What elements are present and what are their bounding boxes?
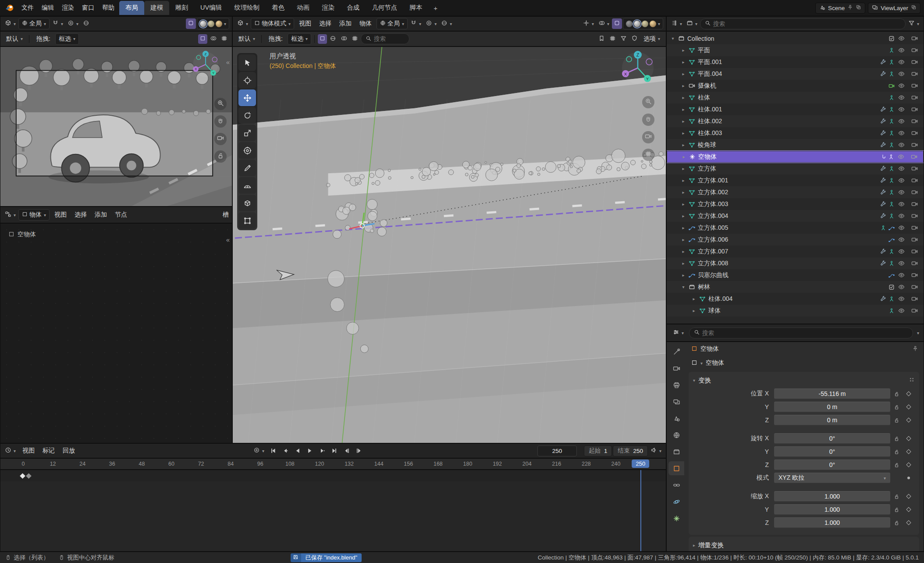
keyframe-diamond[interactable]: [903, 418, 915, 422]
hide-in-viewport-toggle[interactable]: [895, 165, 908, 172]
hide-in-viewport-toggle[interactable]: [895, 47, 908, 53]
object-name-row[interactable]: ▾ 空物体: [686, 356, 924, 370]
tool-scale[interactable]: [238, 125, 256, 141]
disable-in-render-toggle[interactable]: [908, 59, 921, 65]
hide-in-viewport-toggle[interactable]: [895, 35, 908, 42]
expander-icon[interactable]: ▾: [680, 285, 687, 289]
hide-in-viewport-toggle[interactable]: [895, 201, 908, 207]
timeline-editor-type-button[interactable]: ▾: [3, 445, 18, 456]
outliner-row[interactable]: ▸立方体.003: [667, 198, 924, 210]
outliner-row[interactable]: ▸柱体.001: [667, 103, 924, 115]
properties-editor-type-button[interactable]: ▾: [671, 328, 686, 338]
tool-add-cube[interactable]: [238, 195, 256, 211]
tool-move[interactable]: [238, 89, 256, 106]
tool-search-input[interactable]: [374, 36, 405, 42]
keyframe-diamond[interactable]: [903, 405, 915, 409]
property-value-field[interactable]: 1.000: [774, 491, 890, 502]
audio-sync-button[interactable]: ▾: [649, 445, 663, 456]
viewport-menu-0[interactable]: 视图: [295, 18, 315, 29]
frame-step-forward-button[interactable]: [353, 445, 365, 456]
property-value-field[interactable]: 0°: [774, 446, 890, 457]
outliner-row[interactable]: ▸平面: [667, 44, 924, 56]
disable-in-render-toggle[interactable]: [908, 296, 921, 302]
expander-icon[interactable]: ▸: [680, 95, 687, 100]
show-gizmo-toggle[interactable]: ▾: [581, 18, 596, 29]
expander-icon[interactable]: ▾: [669, 36, 676, 41]
lock-toggle[interactable]: [890, 404, 903, 410]
disable-in-render-toggle[interactable]: [908, 284, 921, 290]
property-value-field[interactable]: XYZ 欧拉▾: [774, 473, 890, 483]
outliner-row[interactable]: ▸立方体.007: [667, 246, 924, 257]
expander-icon[interactable]: ▸: [690, 296, 697, 301]
workspace-tab-0[interactable]: 布局: [119, 1, 144, 15]
property-value-field[interactable]: 1.000: [774, 504, 890, 515]
tweak-toggle[interactable]: [318, 34, 327, 44]
node-menu-3[interactable]: 节点: [111, 210, 131, 220]
left-grid-toggle[interactable]: [219, 34, 229, 44]
properties-tab-render[interactable]: [668, 361, 684, 375]
hide-in-viewport-toggle[interactable]: [895, 213, 908, 219]
topbar-menu-1[interactable]: 编辑: [38, 3, 58, 13]
workspace-tab-5[interactable]: 着色: [266, 1, 291, 15]
disable-in-render-toggle[interactable]: [908, 47, 921, 53]
node-editor-canvas[interactable]: 空物体 «: [0, 223, 232, 443]
auto-keying-toggle[interactable]: ▾: [252, 445, 266, 456]
keyframe-diamond[interactable]: [903, 437, 915, 440]
hide-in-viewport-toggle[interactable]: [895, 248, 908, 255]
left-pivot-select[interactable]: ▾: [66, 18, 80, 29]
workspace-tab-3[interactable]: UV编辑: [194, 1, 228, 15]
shield-icon-button[interactable]: [629, 34, 640, 44]
disable-in-render-toggle[interactable]: [908, 165, 921, 172]
topbar-menu-2[interactable]: 渲染: [58, 3, 78, 13]
expander-icon[interactable]: ▸: [680, 225, 687, 230]
hide-in-viewport-toggle[interactable]: [895, 130, 908, 136]
disable-in-render-toggle[interactable]: [908, 118, 921, 125]
lock-toggle[interactable]: [890, 436, 903, 442]
timeline-menu-0[interactable]: 视图: [18, 445, 39, 456]
left-shading-rendered-button[interactable]: [216, 21, 222, 27]
new-viewlayer-icon[interactable]: [911, 4, 917, 11]
lock-toggle[interactable]: [890, 417, 903, 423]
outliner-row[interactable]: ▸柱体.004: [667, 293, 924, 305]
tool-transform[interactable]: [238, 142, 256, 159]
tool-annotate[interactable]: [238, 160, 256, 176]
node-slot-menu[interactable]: 槽: [219, 210, 232, 220]
workspace-tab-9[interactable]: 几何节点: [366, 1, 403, 15]
new-scene-icon[interactable]: [856, 4, 861, 11]
left-orientation-select[interactable]: 全局▾: [18, 18, 50, 29]
frame-end-field[interactable]: 结束250: [613, 445, 648, 456]
topbar-menu-0[interactable]: 文件: [18, 3, 38, 13]
timeline-menu-2[interactable]: 回放: [59, 445, 79, 456]
main-3d-viewport[interactable]: 用户透视 (250) Collection | 空物体 ZXY: [232, 46, 666, 443]
expander-icon[interactable]: ▸: [680, 190, 687, 195]
hide-in-viewport-toggle[interactable]: [895, 142, 908, 148]
properties-tab-constraints[interactable]: [668, 478, 684, 492]
keyframe-diamond[interactable]: [903, 508, 915, 511]
left-proportional-toggle[interactable]: [81, 18, 91, 29]
outliner-search[interactable]: [700, 18, 906, 29]
expander-icon[interactable]: ▸: [680, 249, 687, 254]
play-button[interactable]: [304, 445, 316, 456]
camera-view-icon[interactable]: [642, 131, 654, 143]
frame-step-back-button[interactable]: [341, 445, 352, 456]
disable-in-render-toggle[interactable]: [908, 106, 921, 113]
outliner-search-input[interactable]: [713, 21, 901, 27]
disable-in-render-toggle[interactable]: [908, 35, 921, 42]
keyframe-diamond[interactable]: [903, 521, 915, 524]
workspace-tab-2[interactable]: 雕刻: [169, 1, 194, 15]
camera-preview-viewport[interactable]: ZXY «: [0, 46, 232, 207]
properties-tab-physics[interactable]: [668, 495, 684, 509]
expander-icon[interactable]: ▸: [680, 71, 687, 76]
keyframe-diamond[interactable]: [903, 463, 915, 467]
property-value-field[interactable]: 0 m: [774, 402, 890, 412]
disable-in-render-toggle[interactable]: [908, 189, 921, 196]
tool-rotate[interactable]: [238, 107, 256, 124]
expander-icon[interactable]: ▸: [680, 237, 687, 242]
expander-icon[interactable]: ▸: [680, 48, 687, 53]
left-shading-solid-button[interactable]: [200, 21, 206, 27]
playhead[interactable]: [640, 470, 641, 551]
hide-in-viewport-toggle[interactable]: [895, 71, 908, 77]
drag-mode-select[interactable]: 框选▾: [288, 33, 311, 45]
outliner-row[interactable]: ▸平面.004: [667, 68, 924, 80]
outliner-row[interactable]: ▸立方体.002: [667, 186, 924, 198]
